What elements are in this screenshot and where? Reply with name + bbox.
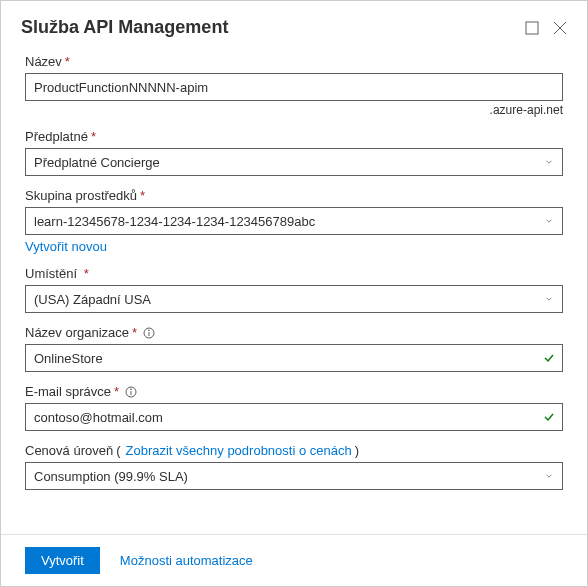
create-new-link[interactable]: Vytvořit novou	[25, 239, 563, 254]
resource-group-value: learn-12345678-1234-1234-1234-123456789a…	[34, 214, 544, 229]
panel-footer: Vytvořit Možnosti automatizace	[1, 534, 587, 586]
location-label: Umístění *	[25, 266, 563, 281]
header-actions	[525, 21, 567, 35]
create-button[interactable]: Vytvořit	[25, 547, 100, 574]
svg-point-5	[149, 329, 150, 330]
location-select[interactable]: (USA) Západní USA	[25, 285, 563, 313]
chevron-down-icon	[544, 216, 554, 226]
maximize-icon[interactable]	[525, 21, 539, 35]
location-label-text: Umístění	[25, 266, 77, 281]
required-asterisk: *	[91, 129, 96, 144]
chevron-down-icon	[544, 157, 554, 167]
name-label-text: Název	[25, 54, 62, 69]
open-paren: (	[116, 443, 120, 458]
info-icon[interactable]	[125, 386, 137, 398]
name-suffix: .azure-api.net	[25, 103, 563, 117]
field-location: Umístění * (USA) Západní USA	[25, 266, 563, 313]
field-admin-email: E-mail správce *	[25, 384, 563, 431]
name-input[interactable]	[25, 73, 563, 101]
resource-group-label: Skupina prostředků *	[25, 188, 563, 203]
pricing-tier-value: Consumption (99.9% SLA)	[34, 469, 544, 484]
field-subscription: Předplatné * Předplatné Concierge	[25, 129, 563, 176]
location-value: (USA) Západní USA	[34, 292, 544, 307]
resource-group-label-text: Skupina prostředků	[25, 188, 137, 203]
admin-email-label-text: E-mail správce	[25, 384, 111, 399]
admin-email-input[interactable]	[25, 403, 563, 431]
pricing-tier-label-text: Cenová úroveň	[25, 443, 113, 458]
name-label: Název *	[25, 54, 563, 69]
pricing-tier-label: Cenová úroveň (Zobrazit všechny podrobno…	[25, 443, 563, 458]
org-name-input[interactable]	[25, 344, 563, 372]
chevron-down-icon	[544, 471, 554, 481]
required-asterisk: *	[65, 54, 70, 69]
svg-point-8	[131, 388, 132, 389]
required-asterisk: *	[114, 384, 119, 399]
close-paren: )	[355, 443, 359, 458]
field-resource-group: Skupina prostředků * learn-12345678-1234…	[25, 188, 563, 254]
svg-rect-0	[526, 22, 538, 34]
subscription-select[interactable]: Předplatné Concierge	[25, 148, 563, 176]
required-asterisk: *	[132, 325, 137, 340]
subscription-value: Předplatné Concierge	[34, 155, 544, 170]
required-asterisk: *	[80, 266, 89, 281]
subscription-label: Předplatné *	[25, 129, 563, 144]
automation-options-link[interactable]: Možnosti automatizace	[120, 553, 253, 568]
required-asterisk: *	[140, 188, 145, 203]
subscription-label-text: Předplatné	[25, 129, 88, 144]
org-name-label-text: Název organizace	[25, 325, 129, 340]
resource-group-select[interactable]: learn-12345678-1234-1234-1234-123456789a…	[25, 207, 563, 235]
chevron-down-icon	[544, 294, 554, 304]
pricing-details-link[interactable]: Zobrazit všechny podrobnosti o cenách	[126, 443, 352, 458]
org-name-label: Název organizace *	[25, 325, 563, 340]
checkmark-icon	[543, 411, 555, 423]
form-content: Název * .azure-api.net Předplatné * Před…	[1, 48, 587, 535]
checkmark-icon	[543, 352, 555, 364]
panel-title: Služba API Management	[21, 17, 525, 38]
panel-header: Služba API Management	[1, 1, 587, 48]
field-name: Název * .azure-api.net	[25, 54, 563, 117]
admin-email-label: E-mail správce *	[25, 384, 563, 399]
close-icon[interactable]	[553, 21, 567, 35]
pricing-tier-select[interactable]: Consumption (99.9% SLA)	[25, 462, 563, 490]
field-org-name: Název organizace *	[25, 325, 563, 372]
field-pricing-tier: Cenová úroveň (Zobrazit všechny podrobno…	[25, 443, 563, 490]
info-icon[interactable]	[143, 327, 155, 339]
api-management-panel: Služba API Management Název * .azure-api…	[0, 0, 588, 587]
